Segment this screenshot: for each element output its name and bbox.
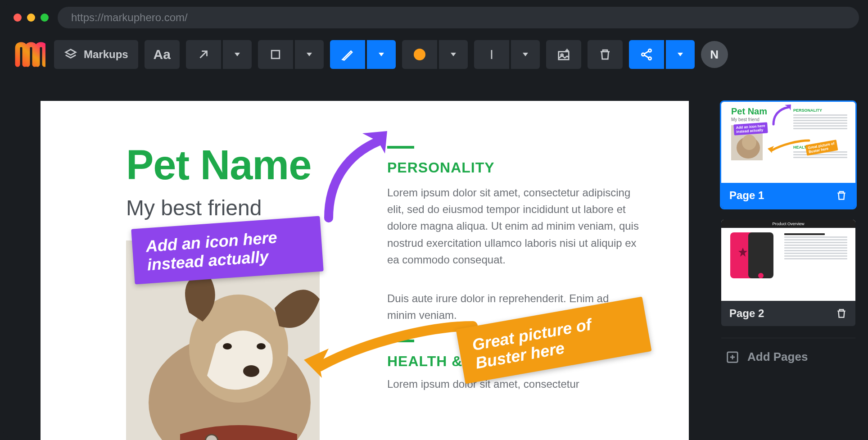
svg-line-1 bbox=[200, 51, 207, 58]
text-tool-label: Aa bbox=[154, 47, 171, 62]
chevron-down-icon bbox=[307, 53, 312, 56]
add-pages-label: Add Pages bbox=[747, 350, 808, 364]
window-controls bbox=[14, 14, 49, 22]
svg-point-17 bbox=[257, 343, 266, 349]
annotation-note-orange-text: Great picture of Buster here bbox=[471, 315, 593, 372]
minimize-window-icon[interactable] bbox=[27, 14, 35, 22]
browser-chrome: https://markuphero.com/ bbox=[0, 0, 868, 35]
share-button-group bbox=[629, 40, 695, 69]
text-tool-button[interactable]: Aa bbox=[145, 40, 180, 69]
toolbar: Markups Aa bbox=[0, 35, 868, 74]
markups-label: Markups bbox=[84, 48, 128, 61]
svg-line-12 bbox=[644, 55, 649, 58]
color-picker-dropdown[interactable] bbox=[439, 40, 468, 69]
pen-icon bbox=[341, 48, 354, 61]
share-button[interactable] bbox=[629, 40, 664, 69]
line-icon bbox=[485, 48, 498, 61]
annotation-arrow-purple[interactable] bbox=[315, 128, 396, 227]
svg-marker-23 bbox=[738, 248, 747, 257]
pen-tool-group bbox=[330, 40, 396, 69]
trash-icon bbox=[598, 48, 612, 61]
page-thumbnail-2[interactable]: Product Overview Page 2 bbox=[721, 220, 855, 326]
chevron-down-icon bbox=[451, 53, 456, 56]
chevron-down-icon bbox=[523, 53, 528, 56]
pages-panel: Pet Nam My best friend PERSONALITY HEALT… bbox=[715, 74, 868, 440]
app-window: https://markuphero.com/ Markups Aa bbox=[0, 0, 868, 440]
pen-tool-button[interactable] bbox=[330, 40, 365, 69]
arrow-up-right-icon bbox=[197, 48, 210, 61]
markups-button[interactable]: Markups bbox=[54, 40, 138, 69]
layers-icon bbox=[64, 48, 77, 61]
canvas-area[interactable]: Pet Name My best friend bbox=[0, 74, 715, 440]
svg-marker-0 bbox=[66, 50, 76, 55]
chevron-down-icon bbox=[379, 53, 384, 56]
trash-icon[interactable] bbox=[836, 308, 847, 319]
page-thumbnail-2-bar: Page 2 bbox=[721, 301, 855, 326]
shape-tool-group bbox=[258, 40, 324, 69]
document-page[interactable]: Pet Name My best friend bbox=[41, 101, 689, 440]
chevron-down-icon bbox=[235, 53, 240, 56]
pen-tool-dropdown[interactable] bbox=[367, 40, 396, 69]
arrow-tool-dropdown[interactable] bbox=[223, 40, 252, 69]
maximize-window-icon[interactable] bbox=[41, 14, 49, 22]
workspace: Pet Name My best friend bbox=[0, 74, 868, 440]
page-thumbnail-1-bar: Page 1 bbox=[721, 183, 855, 208]
user-avatar[interactable]: N bbox=[701, 41, 728, 68]
chevron-down-icon bbox=[678, 53, 683, 56]
user-initial: N bbox=[710, 48, 719, 62]
doc-subtitle: My best friend bbox=[126, 195, 262, 220]
svg-point-18 bbox=[243, 365, 259, 377]
line-tool-button[interactable] bbox=[474, 40, 509, 69]
color-picker-group bbox=[402, 40, 468, 69]
section-body-personality-1: Lorem ipsum dolor sit amet, consectetur … bbox=[387, 184, 639, 268]
share-dropdown[interactable] bbox=[666, 40, 695, 69]
square-icon bbox=[269, 48, 282, 61]
section-heading-personality: PERSONALITY bbox=[387, 159, 495, 176]
page-thumbnail-2-preview: Product Overview bbox=[721, 220, 855, 301]
color-picker-button[interactable] bbox=[402, 40, 437, 69]
color-swatch-icon bbox=[414, 49, 425, 60]
page-2-thumb-title: Product Overview bbox=[721, 220, 855, 228]
delete-button[interactable] bbox=[588, 40, 623, 69]
url-text: https://markuphero.com/ bbox=[71, 11, 188, 24]
line-tool-group bbox=[474, 40, 540, 69]
annotation-arrow-orange[interactable] bbox=[293, 313, 482, 389]
close-window-icon[interactable] bbox=[14, 14, 22, 22]
annotation-note-purple-text: Add an icon here instead actually bbox=[145, 228, 278, 274]
shape-tool-button[interactable] bbox=[258, 40, 293, 69]
arrow-tool-group bbox=[186, 40, 252, 69]
url-bar[interactable]: https://markuphero.com/ bbox=[58, 7, 859, 28]
app-logo[interactable] bbox=[12, 42, 48, 67]
insert-image-button[interactable] bbox=[546, 40, 581, 69]
page-1-label: Page 1 bbox=[729, 189, 764, 202]
image-add-icon bbox=[557, 48, 570, 61]
plus-square-icon bbox=[726, 350, 739, 364]
svg-rect-2 bbox=[271, 50, 280, 59]
page-2-label: Page 2 bbox=[729, 307, 764, 320]
arrow-tool-button[interactable] bbox=[186, 40, 221, 69]
page-thumbnail-1-preview: Pet Nam My best friend PERSONALITY HEALT… bbox=[721, 102, 855, 183]
line-tool-dropdown[interactable] bbox=[511, 40, 540, 69]
add-pages-button[interactable]: Add Pages bbox=[721, 338, 855, 376]
shape-tool-dropdown[interactable] bbox=[295, 40, 324, 69]
doc-title: Pet Name bbox=[126, 141, 311, 189]
svg-point-22 bbox=[742, 135, 756, 150]
page-thumbnail-1[interactable]: Pet Nam My best friend PERSONALITY HEALT… bbox=[721, 102, 855, 208]
svg-point-16 bbox=[223, 343, 232, 349]
trash-icon[interactable] bbox=[836, 190, 847, 201]
svg-line-11 bbox=[644, 51, 649, 54]
share-icon bbox=[640, 48, 653, 61]
